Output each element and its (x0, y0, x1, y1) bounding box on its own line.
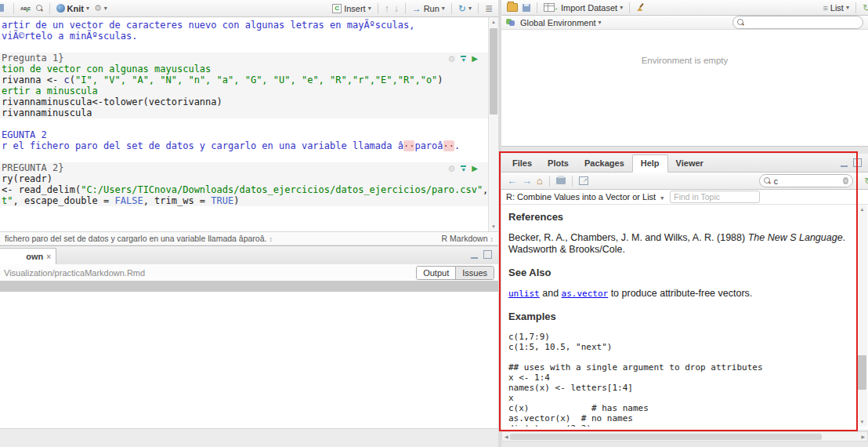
spellcheck-button[interactable]: ABC✓ (18, 2, 34, 16)
go-next-chunk-button[interactable]: ↓ (392, 2, 401, 16)
insert-chunk-icon: C (332, 4, 342, 13)
clear-search-icon[interactable]: × (843, 177, 848, 184)
code-line[interactable]: EGUNTA 2 (0, 129, 489, 140)
chunk-settings-button[interactable]: ⚙▾ (92, 2, 110, 16)
code-line[interactable]: rivannaminuscula (0, 107, 489, 118)
help-horizontal-scrollbar[interactable]: ◀ ▶ (501, 431, 868, 442)
environment-search[interactable] (732, 16, 863, 29)
code-line[interactable]: viÃ©rtelo a minÃºsculas. (0, 31, 489, 42)
help-search[interactable]: × (759, 174, 853, 187)
print-button[interactable] (554, 174, 568, 188)
document-outline-button[interactable]: ≣ (483, 2, 495, 16)
unlist-link[interactable]: unlist (508, 289, 540, 299)
chunk-options-icon[interactable]: ⚙ (447, 55, 455, 64)
code-line[interactable]: ertir a minuscula (0, 85, 489, 96)
scroll-down-icon[interactable]: ▼ (857, 418, 867, 426)
scrollbar-thumb[interactable] (858, 355, 866, 390)
chunk-options-icon[interactable]: ⚙ (447, 165, 455, 173)
help-search-input[interactable] (772, 176, 840, 187)
document-type-label[interactable]: R Markdown↕ (442, 234, 494, 243)
tab-rmarkdown[interactable]: own × (0, 248, 56, 264)
scrollbar-thumb[interactable] (490, 28, 497, 114)
help-tabbar: Files Plots Packages Help Viewer (501, 154, 868, 173)
save-icon[interactable] (0, 4, 4, 12)
minimize-icon[interactable] (471, 250, 478, 259)
run-chunk-icon[interactable]: ▶ (472, 165, 478, 173)
topic-title[interactable]: R: Combine Values into a Vector or List … (506, 192, 664, 202)
scrollbar-thumb[interactable] (510, 434, 822, 440)
help-forward-button[interactable]: → (519, 174, 534, 188)
jump-menu-icon: ↕ (490, 235, 494, 243)
show-in-new-window-button[interactable]: ↗ (577, 174, 591, 188)
scope-selector[interactable]: Global Environment (520, 18, 596, 27)
refresh-environment-button[interactable]: ↻ (860, 1, 868, 15)
minimize-icon[interactable] (841, 158, 848, 167)
help-pane: Files Plots Packages Help Viewer ← → ⌂ ↗… (501, 154, 868, 430)
issues-button[interactable]: Issues (456, 267, 494, 279)
environment-scope-row: Global Environment ▾ (501, 16, 868, 30)
find-in-topic-input[interactable] (670, 191, 760, 203)
load-workspace-button[interactable] (505, 1, 520, 15)
pane-minmax (841, 158, 862, 167)
scroll-up-icon[interactable]: ▲ (489, 18, 498, 26)
run-chunks-above-icon[interactable]: ▼ (461, 165, 466, 173)
help-back-button[interactable]: ← (505, 174, 519, 188)
example-code-line: x <- 1:4 (508, 372, 856, 383)
import-dataset-button[interactable]: → Import Dataset ▾ (541, 1, 625, 15)
rerun-button[interactable]: ↻▾ (456, 2, 474, 16)
scroll-up-icon[interactable]: ▲ (857, 205, 867, 213)
code-line[interactable]: r el fichero paro del set de datos y car… (0, 140, 489, 151)
code-line[interactable]: t", escape_double = FALSE, trim_ws = TRU… (0, 195, 489, 206)
code-line[interactable]: <- read_delim("C:/Users/TICnova/Download… (0, 184, 489, 195)
search-icon (737, 19, 743, 26)
run-chunk-icon[interactable]: ▶ (472, 55, 478, 63)
help-home-button[interactable]: ⌂ (534, 174, 545, 188)
file-path-label: Visualization/practicaMarkdown.Rmd (4, 268, 145, 278)
editor-status-bar: fichero paro del set de datos y cargarlo… (0, 231, 498, 245)
close-icon[interactable]: × (46, 253, 51, 261)
run-chunks-above-icon[interactable]: ▼ (461, 56, 466, 63)
insert-chunk-button[interactable]: C Insert ▾ (330, 2, 374, 16)
run-button[interactable]: → Run ▾ (410, 2, 447, 16)
as-vector-link[interactable]: as.vector (562, 289, 609, 299)
tab-packages[interactable]: Packages (577, 155, 632, 172)
code-line[interactable]: tion de vector con algunas mayusculas (0, 64, 489, 74)
code-line[interactable]: PREGUNTA 2} (0, 162, 489, 173)
footer-area (0, 428, 499, 447)
code-line[interactable] (0, 118, 489, 129)
example-code-line: x (508, 393, 856, 403)
scroll-left-icon[interactable]: ◀ (505, 433, 508, 441)
status-section-label[interactable]: fichero paro del set de datos y cargarlo… (5, 234, 273, 243)
render-path-row: Visualization/practicaMarkdown.Rmd Outpu… (0, 264, 498, 281)
code-editor[interactable]: artir de un vector de caracteres nuevo c… (0, 17, 489, 231)
output-button[interactable]: Output (417, 267, 456, 279)
code-line[interactable] (0, 42, 489, 53)
tab-viewer[interactable]: Viewer (668, 155, 711, 172)
tab-plots[interactable]: Plots (540, 155, 577, 172)
jump-menu-icon: ↕ (269, 235, 273, 243)
code-line[interactable]: rivanna <- c("I", "V", "A", "N", "n", "a… (0, 74, 489, 85)
code-line[interactable]: ry(readr) (0, 173, 489, 184)
scroll-down-icon[interactable]: ▼ (489, 223, 498, 231)
find-replace-button[interactable] (34, 2, 45, 16)
go-previous-chunk-button[interactable]: ↑ (382, 2, 392, 16)
knit-icon (56, 4, 65, 13)
save-workspace-button[interactable] (520, 1, 533, 15)
example-code-line (508, 352, 856, 362)
maximize-icon[interactable] (483, 250, 492, 259)
code-line[interactable] (0, 151, 489, 162)
scroll-right-icon[interactable]: ▶ (861, 433, 865, 441)
refresh-help-button[interactable]: ↻ (862, 174, 868, 188)
clear-workspace-button[interactable] (634, 1, 647, 15)
code-line[interactable]: Pregunta 1} (0, 53, 489, 64)
environment-search-input[interactable] (747, 17, 859, 28)
editor-vertical-scrollbar[interactable]: ▲ ▼ (488, 17, 498, 231)
tab-files[interactable]: Files (505, 155, 540, 172)
maximize-icon[interactable] (853, 158, 862, 167)
tab-help[interactable]: Help (632, 154, 668, 173)
code-line[interactable]: artir de un vector de caracteres nuevo c… (0, 20, 489, 31)
code-line[interactable]: rivannaminuscula<-tolower(vectorivanna) (0, 96, 489, 107)
help-vertical-scrollbar[interactable]: ▲ ▼ (856, 205, 867, 427)
knit-button[interactable]: Knit ▾ (54, 2, 92, 16)
list-view-button[interactable]: ≡ List ▾ (820, 1, 852, 15)
